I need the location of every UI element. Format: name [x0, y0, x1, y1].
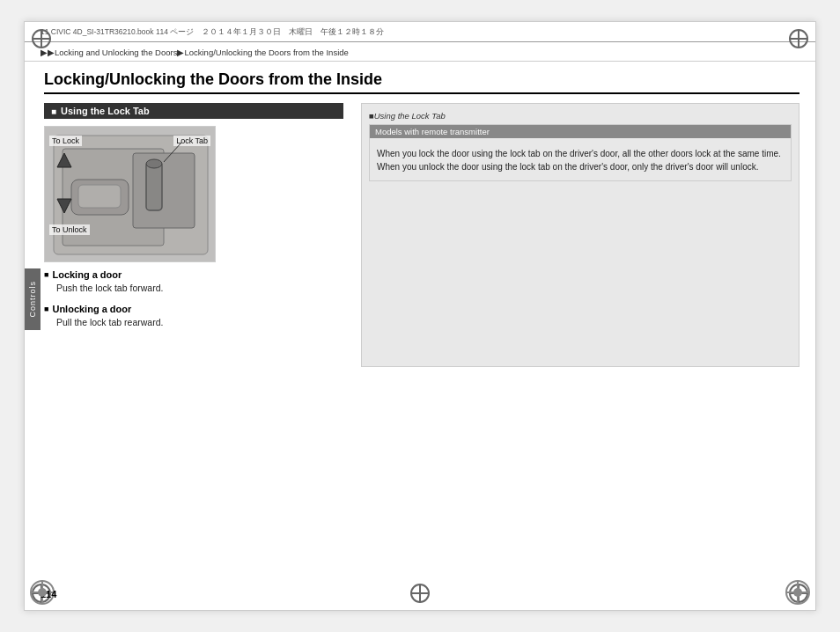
info-box-text: When you lock the door using the lock ta… — [370, 143, 791, 180]
page-header: 11 CIVIC 4D_SI-31TR36210.book 114 ページ ２０… — [25, 22, 815, 42]
corner-crosshair-tl — [32, 29, 51, 48]
left-column: Using the Lock Tab — [44, 103, 343, 367]
label-to-lock: To Lock — [49, 136, 82, 146]
label-to-unlock: To Unlock — [49, 224, 90, 235]
right-section-subtitle: ■Using the Lock Tab — [369, 111, 792, 121]
unlocking-title: Unlocking a door — [44, 304, 343, 314]
sidebar-controls-tab: Controls — [25, 268, 41, 330]
header-text: 11 CIVIC 4D_SI-31TR36210.book 114 ページ ２０… — [41, 27, 384, 38]
page: Controls 11 CIVIC 4D_SI-31TR36210.book 1… — [24, 21, 816, 611]
arrow-to-unlock — [55, 195, 73, 217]
deco-circle-br — [785, 580, 810, 605]
two-column-layout: Using the Lock Tab — [44, 103, 799, 367]
locking-title: Locking a door — [44, 269, 343, 280]
bottom-center-crosshair — [410, 584, 430, 603]
unlocking-text: Pull the lock tab rearward. — [56, 316, 343, 329]
locking-description: Locking a door Push the lock tab forward… — [44, 269, 343, 295]
section-header-lock-tab: Using the Lock Tab — [44, 103, 343, 119]
arrow-to-lock — [55, 151, 73, 173]
svg-point-5 — [146, 159, 162, 168]
remote-transmitter-info-box: Models with remote transmitter When you … — [369, 124, 792, 181]
info-box-header: Models with remote transmitter — [370, 125, 791, 138]
content-area: Locking/Unlocking the Doors from the Ins… — [25, 62, 815, 376]
locking-text: Push the lock tab forward. — [56, 282, 343, 295]
page-title: Locking/Unlocking the Doors from the Ins… — [44, 70, 799, 94]
label-lock-tab: Lock Tab — [173, 136, 210, 146]
door-panel-svg — [45, 127, 216, 262]
svg-marker-8 — [57, 153, 71, 167]
svg-marker-10 — [57, 199, 71, 213]
sidebar-tab-label: Controls — [28, 281, 37, 318]
lock-tab-illustration: To Lock Lock Tab — [44, 126, 216, 262]
breadcrumb: ▶▶Locking and Unlocking the Doors▶Lockin… — [25, 42, 815, 62]
svg-rect-4 — [146, 162, 162, 210]
right-panel: ■Using the Lock Tab Models with remote t… — [361, 103, 799, 367]
unlocking-description: Unlocking a door Pull the lock tab rearw… — [44, 304, 343, 329]
corner-crosshair-tr — [789, 29, 808, 48]
illustration-inner: To Lock Lock Tab — [45, 127, 215, 261]
svg-rect-7 — [78, 185, 121, 208]
svg-rect-3 — [133, 153, 195, 228]
right-column: ■Using the Lock Tab Models with remote t… — [361, 103, 799, 367]
